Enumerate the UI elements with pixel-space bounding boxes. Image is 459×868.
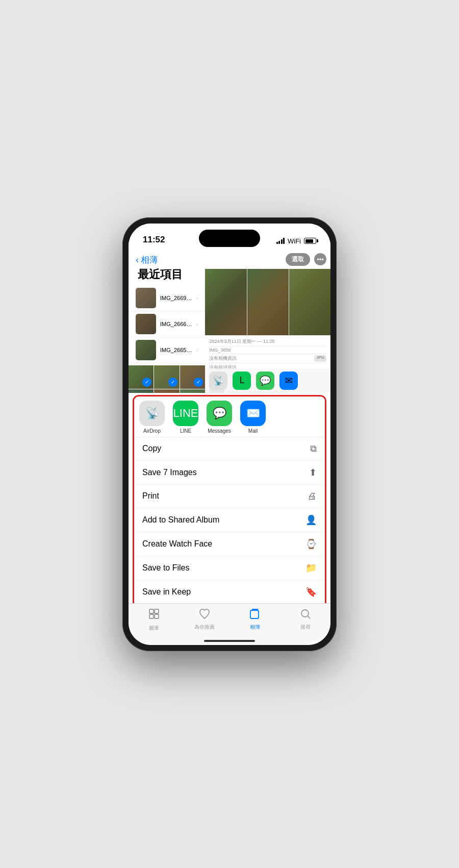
dynamic-island	[199, 230, 260, 247]
album-item-info: IMG_2665.HEIC	[160, 347, 192, 353]
line-icon[interactable]: L	[233, 371, 251, 390]
save-to-files-label: Save to Files	[142, 563, 189, 573]
mini-grid-cell: ✓	[154, 365, 179, 389]
tab-library[interactable]: 圖庫	[129, 608, 179, 632]
more-button[interactable]: •••	[314, 253, 326, 265]
chevron-icon: ›	[196, 347, 198, 353]
album-item[interactable]: IMG_2666.JPG ›	[129, 311, 205, 337]
actions-list: Copy ⧉ Save 7 Images ⬆ Print 🖨 Add to Sh…	[134, 437, 325, 603]
airdrop-share-icon: 📡	[139, 401, 165, 426]
album-item-info: IMG_2666.JPG	[160, 321, 192, 327]
albums-icon	[249, 608, 261, 622]
svg-rect-3	[155, 614, 159, 618]
main-content: ‹ 相薄 最近項目 IMG_2669.JPG ›	[129, 250, 330, 603]
mini-grid-cell: ✓	[180, 365, 205, 389]
save-images-label: Save 7 Images	[142, 468, 197, 477]
share-apps-row: 📡 AirDrop LINE LINE 💬 Messages ✉️ Mail	[134, 396, 325, 437]
watch-face-icon: ⌚	[305, 538, 317, 550]
grid-cell[interactable]	[289, 269, 330, 335]
line-share-icon: LINE	[173, 401, 198, 426]
album-item-info: IMG_2669.JPG	[160, 295, 192, 301]
mini-photo-grid: ✓ ✓ ✓ ✓ 0:17	[129, 365, 205, 393]
album-list-panel: ‹ 相薄 最近項目 IMG_2669.JPG ›	[129, 250, 205, 393]
album-thumb	[136, 314, 156, 334]
check-badge: ✓	[194, 378, 203, 387]
app-icons-row: 📡 L 💬 ✉	[205, 368, 330, 393]
add-shared-album-action[interactable]: Add to Shared Album 👤	[134, 508, 325, 532]
mail-icon[interactable]: ✉	[279, 371, 298, 390]
svg-point-5	[301, 610, 309, 617]
back-nav[interactable]: ‹ 相薄	[136, 254, 198, 266]
album-thumb	[136, 288, 156, 308]
save-images-icon: ⬆	[309, 467, 317, 478]
airdrop-share-btn[interactable]: 📡 AirDrop	[139, 401, 165, 434]
svg-rect-4	[250, 610, 259, 618]
shared-album-icon: 👤	[305, 514, 317, 526]
signal-icon	[276, 238, 285, 244]
album-item[interactable]: IMG_2669.JPG ›	[129, 285, 205, 311]
photos-top-area: ‹ 相薄 最近項目 IMG_2669.JPG ›	[129, 250, 330, 393]
for-you-label: 為你推薦	[194, 624, 215, 631]
messages-icon[interactable]: 💬	[256, 371, 274, 390]
meta-row-date: 2024年3月11日 星期一 — 11:25	[209, 337, 326, 346]
tab-albums[interactable]: 相簿	[230, 608, 280, 631]
album-panel-header: ‹ 相薄 最近項目	[129, 252, 205, 285]
check-badge: ✓	[168, 378, 177, 387]
back-text[interactable]: 相薄	[141, 254, 158, 266]
print-icon: 🖨	[308, 491, 317, 502]
line-share-btn[interactable]: LINE LINE	[173, 401, 198, 434]
keep-icon: 🔖	[305, 586, 317, 598]
save-in-keep-label: Save in Keep	[142, 587, 191, 597]
line-label: LINE	[180, 428, 191, 434]
album-title: 最近項目	[138, 267, 198, 282]
back-chevron-icon: ‹	[136, 255, 139, 265]
tab-for-you[interactable]: 為你推薦	[179, 608, 230, 631]
status-icons: WiFi	[276, 237, 317, 246]
save-images-action[interactable]: Save 7 Images ⬆	[134, 461, 325, 485]
svg-rect-0	[149, 609, 154, 613]
search-icon	[299, 608, 312, 622]
copy-action[interactable]: Copy ⧉	[134, 437, 325, 461]
highlighted-share-area: 📡 AirDrop LINE LINE 💬 Messages ✉️ Mail	[133, 395, 326, 603]
print-label: Print	[142, 491, 159, 501]
mail-share-icon: ✉️	[240, 401, 266, 426]
check-badge: ✓	[142, 378, 151, 387]
messages-label: Messages	[208, 428, 231, 434]
meta-row-camera: 沒有相機資訊 JPG	[209, 354, 326, 363]
print-action[interactable]: Print 🖨	[134, 485, 325, 508]
status-bar: 11:52 WiFi	[129, 224, 330, 250]
chevron-icon: ›	[196, 295, 198, 301]
album-item-name: IMG_2669.JPG	[160, 295, 192, 301]
select-bar: 選取 •••	[205, 250, 330, 269]
grid-cell[interactable]	[205, 269, 246, 335]
airdrop-label: AirDrop	[143, 428, 161, 434]
save-in-keep-action[interactable]: Save in Keep 🔖	[134, 580, 325, 603]
album-item-name: IMG_2665.HEIC	[160, 347, 192, 353]
tab-bar: 圖庫 為你推薦 相簿	[129, 603, 330, 645]
home-indicator	[204, 640, 255, 642]
copy-icon: ⧉	[310, 443, 317, 454]
album-item-name: IMG_2666.JPG	[160, 321, 192, 327]
album-item[interactable]: IMG_2665.HEIC ›	[129, 337, 205, 363]
create-watch-face-label: Create Watch Face	[142, 539, 212, 549]
search-label: 搜尋	[300, 624, 311, 631]
tab-search[interactable]: 搜尋	[280, 608, 330, 631]
mini-grid-cell: ✓ 0:17	[129, 389, 154, 393]
mini-grid-cell	[180, 389, 205, 393]
mail-label: Mail	[248, 428, 258, 434]
battery-icon	[304, 238, 316, 244]
album-thumb	[136, 340, 156, 360]
save-to-files-action[interactable]: Save to Files 📁	[134, 556, 325, 580]
select-button[interactable]: 選取	[286, 253, 310, 266]
mail-share-btn[interactable]: ✉️ Mail	[240, 401, 266, 434]
create-watch-face-action[interactable]: Create Watch Face ⌚	[134, 532, 325, 556]
save-files-icon: 📁	[305, 562, 317, 574]
svg-rect-2	[149, 614, 154, 618]
svg-rect-1	[155, 609, 159, 613]
grid-cell[interactable]	[247, 269, 289, 335]
copy-label: Copy	[142, 444, 161, 453]
messages-share-btn[interactable]: 💬 Messages	[207, 401, 232, 434]
albums-label: 相簿	[250, 624, 260, 631]
meta-row-id: IMG_3656	[209, 346, 326, 354]
airdrop-icon[interactable]: 📡	[209, 371, 227, 390]
